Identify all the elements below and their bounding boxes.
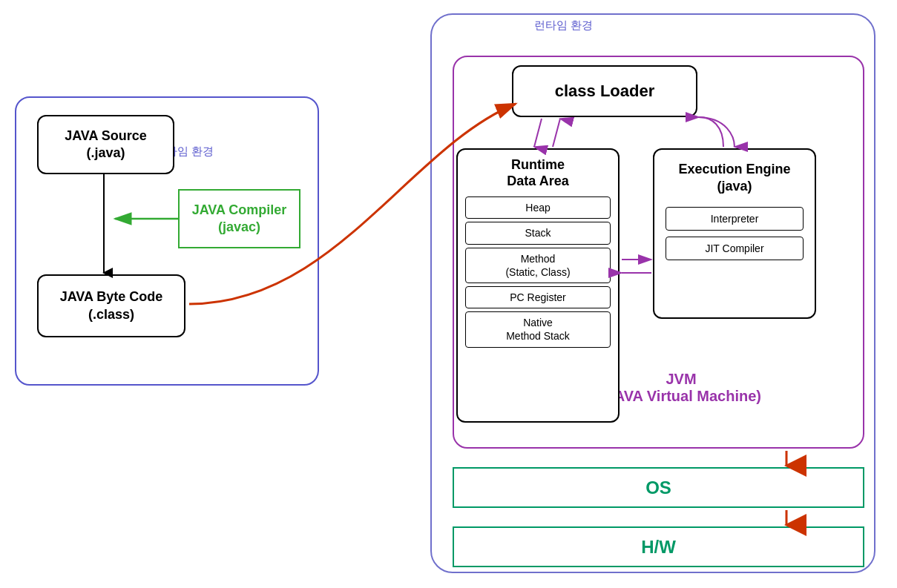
jvm-label: JVM (JAVA Virtual Machine) (601, 371, 761, 405)
hw-box: H/W (453, 526, 864, 567)
java-bytecode-box: JAVA Byte Code(.class) (37, 274, 185, 337)
java-bytecode-text: JAVA Byte Code(.class) (60, 288, 163, 323)
os-box: OS (453, 467, 864, 508)
execution-engine-box: Execution Engine(java) Interpreter JIT C… (653, 148, 816, 319)
method-item: Method(Static, Class) (465, 248, 611, 283)
runtime-data-items: Heap Stack Method(Static, Class) PC Regi… (458, 193, 618, 351)
runtime-data-area-box: RuntimeData Area Heap Stack Method(Stati… (456, 148, 620, 423)
diagram: 런타임 환경 컴파일 타임 환경 JVM (JAVA Virtual Machi… (0, 0, 897, 588)
jit-compiler-item: JIT Compiler (666, 237, 804, 260)
execution-engine-items: Interpreter JIT Compiler (654, 199, 815, 268)
java-source-text: JAVA Source(.java) (65, 128, 147, 162)
java-compiler-text: JAVA Compiler(javac) (192, 202, 287, 237)
java-compiler-box: JAVA Compiler(javac) (178, 189, 300, 248)
runtime-env-label: 런타임 환경 (534, 19, 593, 33)
class-loader-box: class Loader (512, 65, 697, 117)
interpreter-item: Interpreter (666, 207, 804, 231)
execution-engine-title: Execution Engine(java) (654, 150, 815, 199)
heap-item: Heap (465, 196, 611, 219)
stack-item: Stack (465, 222, 611, 244)
java-source-box: JAVA Source(.java) (37, 115, 174, 174)
hw-text: H/W (641, 537, 676, 558)
pc-register-item: PC Register (465, 286, 611, 308)
class-loader-text: class Loader (555, 82, 655, 101)
native-method-stack-item: NativeMethod Stack (465, 311, 611, 347)
runtime-data-title: RuntimeData Area (458, 150, 618, 193)
os-text: OS (645, 478, 671, 498)
